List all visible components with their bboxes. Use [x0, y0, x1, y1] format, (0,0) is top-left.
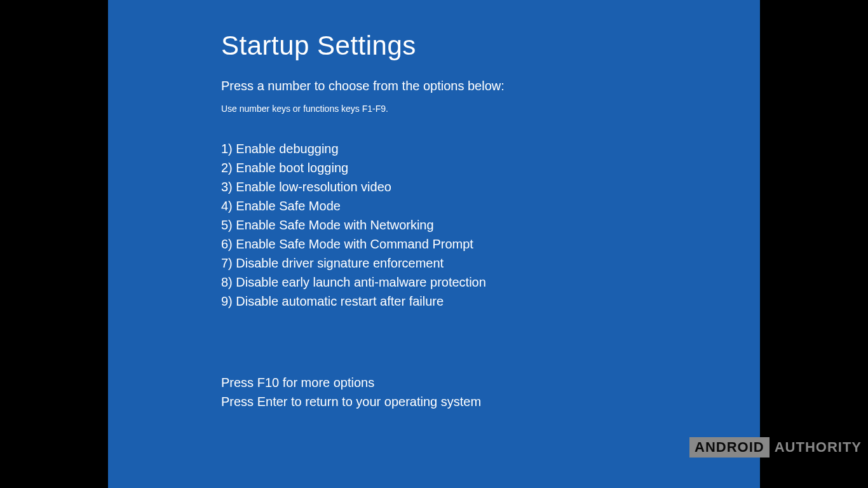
options-list: 1) Enable debugging 2) Enable boot loggi… [221, 139, 760, 311]
option-4[interactable]: 4) Enable Safe Mode [221, 196, 760, 215]
startup-settings-screen: Startup Settings Press a number to choos… [108, 0, 760, 488]
watermark-text: AUTHORITY [775, 439, 862, 456]
option-8[interactable]: 8) Disable early launch anti-malware pro… [221, 273, 760, 292]
option-2[interactable]: 2) Enable boot logging [221, 158, 760, 177]
watermark-box: ANDROID [689, 437, 770, 458]
option-5[interactable]: 5) Enable Safe Mode with Networking [221, 215, 760, 234]
hint-text: Use number keys or functions keys F1-F9. [221, 104, 760, 114]
option-6[interactable]: 6) Enable Safe Mode with Command Prompt [221, 234, 760, 254]
watermark: ANDROID AUTHORITY [689, 437, 862, 458]
option-3[interactable]: 3) Enable low-resolution video [221, 177, 760, 196]
return-hint: Press Enter to return to your operating … [221, 392, 760, 411]
option-7[interactable]: 7) Disable driver signature enforcement [221, 254, 760, 273]
option-9[interactable]: 9) Disable automatic restart after failu… [221, 292, 760, 311]
more-options-hint: Press F10 for more options [221, 373, 760, 392]
page-title: Startup Settings [221, 30, 760, 61]
footer-instructions: Press F10 for more options Press Enter t… [221, 373, 760, 411]
subtitle: Press a number to choose from the option… [221, 79, 760, 93]
option-1[interactable]: 1) Enable debugging [221, 139, 760, 158]
